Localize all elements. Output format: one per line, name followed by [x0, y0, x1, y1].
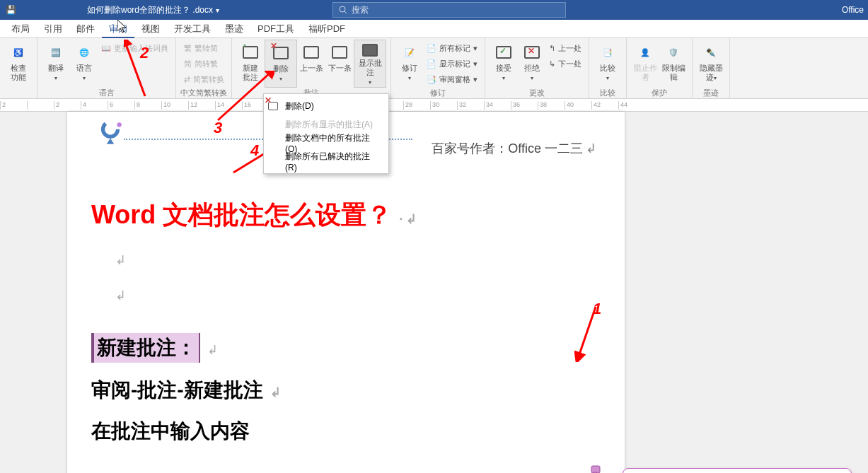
annotation-2: 2: [140, 44, 149, 62]
simp-trad-convert: ⇄ 简繁转换: [184, 72, 224, 86]
body-line: 审阅-批注-新建批注↲: [91, 377, 601, 404]
group-compare-label: 比较: [600, 88, 615, 98]
delete-this-comment[interactable]: 删除(D): [264, 97, 388, 115]
tab-ink[interactable]: 墨迹: [218, 20, 250, 38]
next-change-button[interactable]: ↳ 下一处: [549, 57, 581, 71]
group-protect-label: 保护: [652, 88, 667, 98]
compare-button[interactable]: 📑比较▾: [594, 40, 622, 88]
show-markup-button[interactable]: 📄 显示标记 ▾: [427, 57, 478, 71]
markup-mode-select[interactable]: 📄 所有标记 ▾: [427, 41, 478, 55]
translate-button[interactable]: 🔤翻译▾: [42, 40, 70, 88]
delete-all-comments[interactable]: 删除文档中的所有批注(O): [264, 134, 388, 152]
cursor-icon: [117, 20, 129, 34]
svg-marker-4: [107, 138, 115, 144]
delete-shown-comments: 删除所有显示的批注(A): [264, 115, 388, 134]
reject-button[interactable]: 拒绝▾: [518, 40, 546, 88]
restrict-editing-button[interactable]: 🛡️限制编辑: [659, 40, 688, 88]
logo-icon: [96, 117, 125, 147]
group-language-label: 语言: [99, 88, 115, 98]
delete-dropdown: 删除(D) 删除所有显示的批注(A) 删除文档中的所有批注(O) 删除所有已解决…: [263, 93, 389, 174]
accessibility-check-button[interactable]: ♿检查功能: [4, 40, 33, 88]
search-icon: [339, 6, 347, 14]
block-authors-button: 👤阻止作者: [631, 40, 659, 88]
tab-view[interactable]: 视图: [134, 20, 167, 38]
delete-resolved-comments[interactable]: 删除所有已解决的批注(R): [264, 152, 388, 170]
update-ime-dict: 📖更新输入法词典: [101, 41, 168, 55]
group-changes-label: 更改: [529, 88, 545, 98]
svg-point-0: [340, 6, 345, 12]
annotation-3: 3: [214, 119, 222, 137]
tab-layout[interactable]: 布局: [4, 20, 37, 38]
next-comment-button[interactable]: 下一条: [325, 40, 354, 88]
tab-pdf[interactable]: PDF工具: [250, 20, 301, 38]
body-line: 在批注中输入内容: [91, 418, 601, 445]
document-title[interactable]: 如何删除word全部的批注？ .docx▾: [87, 4, 219, 16]
doc-heading: Word 文档批注怎么设置？· ↲: [91, 198, 601, 233]
show-comments-button[interactable]: 显示批注▾: [354, 40, 386, 88]
annotation-1: 1: [593, 300, 601, 318]
track-changes-button[interactable]: 📝修订▾: [395, 40, 424, 88]
highlighted-text[interactable]: 新建批注：: [91, 333, 200, 363]
title-bar: 💾 如何删除word全部的批注？ .docx▾ 搜索 Office: [0, 0, 868, 20]
tab-devtools[interactable]: 开发工具: [167, 20, 218, 38]
reviewing-pane-button[interactable]: 📑 审阅窗格 ▾: [427, 72, 478, 86]
group-ink-label: 墨迹: [703, 88, 719, 98]
ruler[interactable]: 2246810121416182022242628303234363840424…: [0, 99, 868, 112]
workspace: 百家号作者：Office 一二三↲ Word 文档批注怎么设置？· ↲ ↲ ↲ …: [0, 112, 868, 473]
autosave-icon: 💾: [6, 5, 16, 15]
ribbon-tabs: 布局 引用 邮件 审阅 视图 开发工具 墨迹 PDF工具 福昕PDF: [0, 20, 868, 38]
svg-point-5: [117, 122, 121, 127]
simp-to-trad: 简 简转繁: [184, 57, 224, 71]
annotation-4: 4: [250, 141, 259, 160]
tab-mail[interactable]: 邮件: [69, 20, 102, 38]
group-tracking-label: 修订: [430, 88, 446, 98]
svg-line-1: [345, 11, 347, 13]
trad-to-simp: 繁 繁转简: [184, 41, 224, 55]
svg-marker-2: [117, 20, 126, 33]
comment-marker-icon[interactable]: [591, 465, 602, 473]
ribbon: ♿检查功能 🔤翻译▾ 🌐语言▾ 📖更新输入法词典 语言 繁 繁转简 简 简转繁 …: [0, 38, 868, 99]
byline: 百家号作者：Office 一二三↲: [432, 140, 596, 157]
new-comment-button[interactable]: 新建批注: [236, 40, 265, 88]
delete-comment-button[interactable]: 删除▾: [265, 40, 297, 88]
chevron-down-icon[interactable]: ▾: [216, 6, 219, 14]
prev-change-button[interactable]: ↰ 上一处: [549, 41, 581, 55]
prev-comment-button[interactable]: 上一条: [297, 40, 325, 88]
para-mark: ↲: [115, 252, 601, 268]
language-button[interactable]: 🌐语言▾: [70, 40, 98, 88]
tab-foxit[interactable]: 福昕PDF: [301, 20, 352, 38]
comment-balloon[interactable]: O Office 一二三 ⋯ ✎ 👍 这是百家号 00:43 2024年1月23…: [623, 468, 852, 473]
hide-ink-button[interactable]: ✒️隐藏墨迹▾: [697, 40, 725, 88]
para-mark: ↲: [115, 288, 601, 303]
group-convert-label: 中文简繁转换: [180, 88, 227, 98]
accept-button[interactable]: 接受▾: [490, 40, 518, 88]
svg-point-3: [103, 122, 118, 136]
search-box[interactable]: 搜索: [332, 2, 566, 18]
brand-label: Office: [842, 5, 864, 15]
tab-references[interactable]: 引用: [37, 20, 69, 38]
